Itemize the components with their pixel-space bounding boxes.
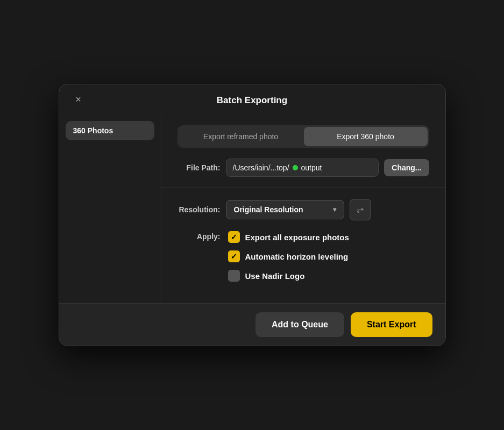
- resolution-dropdown[interactable]: Original Resolution ▾: [226, 200, 344, 219]
- checkmark-icon-2: ✓: [231, 252, 237, 261]
- file-path-input[interactable]: /Users/iain/...top/ output: [226, 159, 379, 177]
- dropdown-arrow-icon: ▾: [333, 206, 336, 213]
- close-icon: ×: [75, 94, 81, 105]
- resolution-value: Original Resolution: [234, 205, 303, 214]
- checkbox-exposure-label: Export all exposure photos: [245, 233, 349, 242]
- checkbox-row-nadir[interactable]: Use Nadir Logo: [228, 270, 349, 282]
- checkbox-exposure[interactable]: ✓: [228, 231, 240, 243]
- file-path-row: File Path: /Users/iain/...top/ output Ch…: [178, 159, 429, 177]
- tab-export-360[interactable]: Export 360 photo: [304, 127, 428, 146]
- main-content: Export reframed photo Export 360 photo F…: [161, 114, 445, 303]
- change-path-button[interactable]: Chang...: [384, 159, 429, 176]
- add-to-queue-button[interactable]: Add to Queue: [255, 312, 344, 337]
- tab-export-reframed[interactable]: Export reframed photo: [179, 127, 303, 146]
- swap-icon: ⇌: [357, 205, 364, 215]
- checkboxes-list: ✓ Export all exposure photos ✓ Automatic…: [228, 231, 349, 282]
- divider: [161, 188, 445, 188]
- file-path-label: File Path:: [178, 163, 221, 172]
- sidebar: 360 Photos: [59, 114, 161, 303]
- dialog-body: 360 Photos Export reframed photo Export …: [59, 114, 445, 303]
- sidebar-item-360-photos[interactable]: 360 Photos: [66, 121, 154, 140]
- dialog-footer: Add to Queue Start Export: [59, 303, 445, 346]
- checkbox-row-exposure[interactable]: ✓ Export all exposure photos: [228, 231, 349, 243]
- checkbox-horizon-label: Automatic horizon leveling: [245, 252, 349, 261]
- dialog-header: × Batch Exporting: [59, 84, 445, 114]
- checkbox-horizon[interactable]: ✓: [228, 250, 240, 262]
- checkbox-nadir[interactable]: [228, 270, 240, 282]
- start-export-button[interactable]: Start Export: [351, 312, 432, 337]
- close-button[interactable]: ×: [70, 91, 87, 108]
- checkmark-icon: ✓: [231, 233, 237, 241]
- batch-export-dialog: × Batch Exporting 360 Photos Export refr…: [59, 84, 446, 346]
- checkbox-row-horizon[interactable]: ✓ Automatic horizon leveling: [228, 250, 349, 262]
- green-dot-icon: [293, 165, 298, 170]
- checkbox-nadir-label: Use Nadir Logo: [245, 271, 305, 281]
- apply-section: Apply: ✓ Export all exposure photos ✓ Au…: [178, 231, 429, 282]
- apply-label: Apply:: [178, 231, 221, 282]
- tab-group: Export reframed photo Export 360 photo: [178, 125, 429, 148]
- resolution-label: Resolution:: [178, 205, 221, 214]
- file-path-value: /Users/iain/...top/: [233, 163, 289, 172]
- dialog-title: Batch Exporting: [217, 95, 287, 106]
- resolution-row: Resolution: Original Resolution ▾ ⇌: [178, 199, 429, 220]
- file-path-suffix: output: [301, 163, 322, 172]
- swap-button[interactable]: ⇌: [350, 199, 371, 220]
